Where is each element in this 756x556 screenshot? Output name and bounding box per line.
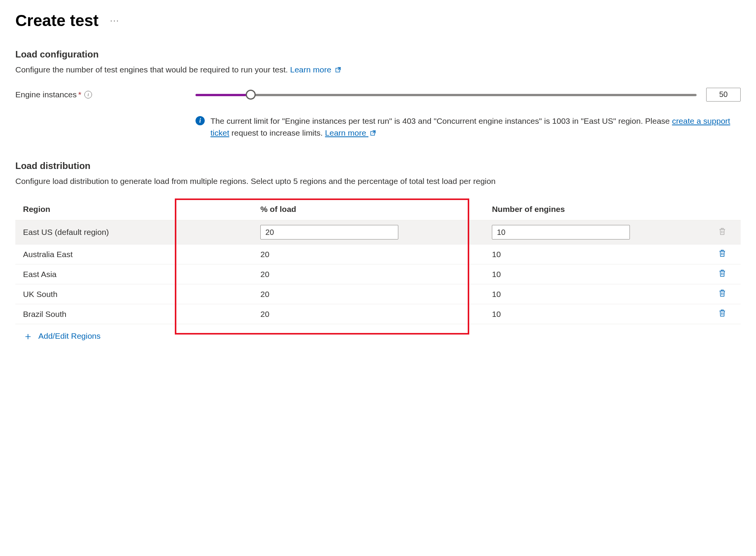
- engine-instances-input[interactable]: [706, 88, 741, 102]
- trash-icon[interactable]: [718, 309, 726, 317]
- table-row: Brazil South2010: [15, 304, 741, 324]
- region-cell: Australia East: [15, 244, 253, 264]
- pct-load-cell: 20: [253, 284, 484, 304]
- load-distribution-title: Load distribution: [15, 161, 741, 171]
- trash-icon: [718, 227, 726, 236]
- learn-more-link[interactable]: Learn more: [290, 65, 341, 74]
- trash-icon[interactable]: [718, 249, 726, 257]
- add-edit-regions-label: Add/Edit Regions: [38, 331, 100, 341]
- external-link-icon: [335, 64, 341, 76]
- num-engines-input[interactable]: [492, 225, 630, 239]
- region-cell: UK South: [15, 284, 253, 304]
- page-title: Create test: [15, 11, 99, 30]
- region-cell: East Asia: [15, 264, 253, 284]
- load-config-desc: Configure the number of test engines tha…: [15, 64, 741, 76]
- more-icon[interactable]: ···: [110, 16, 119, 26]
- plus-icon: ＋: [23, 331, 33, 341]
- table-row: UK South2010: [15, 284, 741, 304]
- header-num-engines: Number of engines: [484, 198, 704, 220]
- pct-load-input[interactable]: [260, 225, 398, 239]
- region-cell: East US (default region): [15, 220, 253, 244]
- table-row: East US (default region): [15, 220, 741, 244]
- region-cell: Brazil South: [15, 304, 253, 324]
- external-link-icon: [370, 127, 376, 139]
- region-table: Region % of load Number of engines East …: [15, 198, 741, 324]
- info-icon: i: [196, 116, 205, 125]
- table-row: East Asia2010: [15, 264, 741, 284]
- num-engines-cell: 10: [484, 304, 704, 324]
- info-icon[interactable]: i: [84, 91, 92, 98]
- pct-load-cell: 20: [253, 244, 484, 264]
- num-engines-cell: 10: [484, 244, 704, 264]
- engine-instances-slider[interactable]: [196, 93, 697, 96]
- info-text-mid: request to increase limits.: [232, 128, 325, 137]
- add-edit-regions-button[interactable]: ＋ Add/Edit Regions: [15, 324, 741, 348]
- header-pct-load: % of load: [253, 198, 484, 220]
- num-engines-cell: 10: [484, 264, 704, 284]
- info-learn-more-link[interactable]: Learn more: [325, 128, 376, 137]
- pct-load-cell: 20: [253, 264, 484, 284]
- engine-limit-info: i The current limit for "Engine instance…: [196, 115, 741, 139]
- pct-load-cell: 20: [253, 304, 484, 324]
- table-row: Australia East2010: [15, 244, 741, 264]
- info-text-prefix: The current limit for "Engine instances …: [210, 116, 672, 125]
- num-engines-cell: 10: [484, 284, 704, 304]
- trash-icon[interactable]: [718, 289, 726, 297]
- header-region: Region: [15, 198, 253, 220]
- load-config-title: Load configuration: [15, 49, 741, 60]
- trash-icon[interactable]: [718, 269, 726, 277]
- engine-instances-label: Engine instances* i: [15, 90, 196, 99]
- load-config-desc-text: Configure the number of test engines tha…: [15, 65, 290, 74]
- load-distribution-desc: Configure load distribution to generate …: [15, 175, 741, 187]
